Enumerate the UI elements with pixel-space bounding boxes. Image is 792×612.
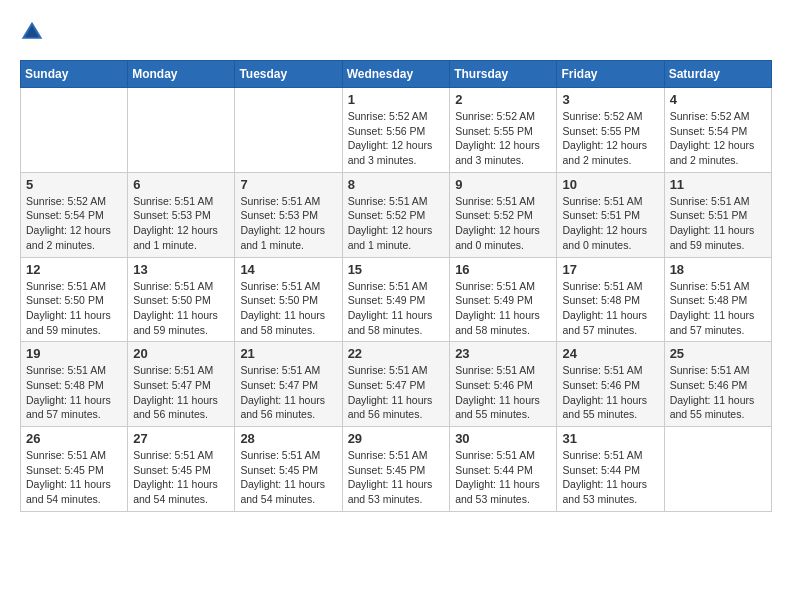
day-number: 1 [348, 92, 445, 107]
day-number: 28 [240, 431, 336, 446]
weekday-header: Thursday [450, 61, 557, 88]
calendar-cell: 14Sunrise: 5:51 AM Sunset: 5:50 PM Dayli… [235, 257, 342, 342]
day-number: 7 [240, 177, 336, 192]
day-number: 17 [562, 262, 658, 277]
calendar-cell: 21Sunrise: 5:51 AM Sunset: 5:47 PM Dayli… [235, 342, 342, 427]
day-number: 21 [240, 346, 336, 361]
calendar-cell: 18Sunrise: 5:51 AM Sunset: 5:48 PM Dayli… [664, 257, 771, 342]
calendar-week-row: 12Sunrise: 5:51 AM Sunset: 5:50 PM Dayli… [21, 257, 772, 342]
cell-daylight-info: Sunrise: 5:51 AM Sunset: 5:47 PM Dayligh… [348, 363, 445, 422]
day-number: 14 [240, 262, 336, 277]
cell-daylight-info: Sunrise: 5:51 AM Sunset: 5:45 PM Dayligh… [240, 448, 336, 507]
cell-daylight-info: Sunrise: 5:52 AM Sunset: 5:56 PM Dayligh… [348, 109, 445, 168]
cell-daylight-info: Sunrise: 5:51 AM Sunset: 5:45 PM Dayligh… [133, 448, 229, 507]
cell-daylight-info: Sunrise: 5:51 AM Sunset: 5:48 PM Dayligh… [670, 279, 766, 338]
calendar-cell: 11Sunrise: 5:51 AM Sunset: 5:51 PM Dayli… [664, 172, 771, 257]
calendar-cell [21, 88, 128, 173]
day-number: 10 [562, 177, 658, 192]
cell-daylight-info: Sunrise: 5:51 AM Sunset: 5:49 PM Dayligh… [455, 279, 551, 338]
cell-daylight-info: Sunrise: 5:51 AM Sunset: 5:44 PM Dayligh… [455, 448, 551, 507]
calendar-cell: 29Sunrise: 5:51 AM Sunset: 5:45 PM Dayli… [342, 427, 450, 512]
weekday-header: Sunday [21, 61, 128, 88]
calendar-cell: 20Sunrise: 5:51 AM Sunset: 5:47 PM Dayli… [128, 342, 235, 427]
logo [20, 20, 48, 44]
calendar-cell [128, 88, 235, 173]
calendar-week-row: 1Sunrise: 5:52 AM Sunset: 5:56 PM Daylig… [21, 88, 772, 173]
weekday-header: Monday [128, 61, 235, 88]
cell-daylight-info: Sunrise: 5:51 AM Sunset: 5:47 PM Dayligh… [240, 363, 336, 422]
cell-daylight-info: Sunrise: 5:51 AM Sunset: 5:45 PM Dayligh… [26, 448, 122, 507]
cell-daylight-info: Sunrise: 5:51 AM Sunset: 5:50 PM Dayligh… [133, 279, 229, 338]
calendar-cell: 4Sunrise: 5:52 AM Sunset: 5:54 PM Daylig… [664, 88, 771, 173]
cell-daylight-info: Sunrise: 5:52 AM Sunset: 5:55 PM Dayligh… [562, 109, 658, 168]
calendar-cell: 22Sunrise: 5:51 AM Sunset: 5:47 PM Dayli… [342, 342, 450, 427]
calendar-cell: 16Sunrise: 5:51 AM Sunset: 5:49 PM Dayli… [450, 257, 557, 342]
day-number: 15 [348, 262, 445, 277]
day-number: 13 [133, 262, 229, 277]
day-number: 24 [562, 346, 658, 361]
day-number: 11 [670, 177, 766, 192]
weekday-header: Wednesday [342, 61, 450, 88]
weekday-header: Saturday [664, 61, 771, 88]
calendar-cell [235, 88, 342, 173]
calendar-header-row: SundayMondayTuesdayWednesdayThursdayFrid… [21, 61, 772, 88]
calendar-cell: 31Sunrise: 5:51 AM Sunset: 5:44 PM Dayli… [557, 427, 664, 512]
cell-daylight-info: Sunrise: 5:51 AM Sunset: 5:53 PM Dayligh… [133, 194, 229, 253]
day-number: 22 [348, 346, 445, 361]
day-number: 12 [26, 262, 122, 277]
calendar-cell: 5Sunrise: 5:52 AM Sunset: 5:54 PM Daylig… [21, 172, 128, 257]
cell-daylight-info: Sunrise: 5:51 AM Sunset: 5:48 PM Dayligh… [26, 363, 122, 422]
day-number: 19 [26, 346, 122, 361]
cell-daylight-info: Sunrise: 5:51 AM Sunset: 5:52 PM Dayligh… [455, 194, 551, 253]
calendar-week-row: 19Sunrise: 5:51 AM Sunset: 5:48 PM Dayli… [21, 342, 772, 427]
cell-daylight-info: Sunrise: 5:51 AM Sunset: 5:46 PM Dayligh… [562, 363, 658, 422]
cell-daylight-info: Sunrise: 5:51 AM Sunset: 5:44 PM Dayligh… [562, 448, 658, 507]
calendar-cell: 30Sunrise: 5:51 AM Sunset: 5:44 PM Dayli… [450, 427, 557, 512]
day-number: 29 [348, 431, 445, 446]
cell-daylight-info: Sunrise: 5:51 AM Sunset: 5:51 PM Dayligh… [670, 194, 766, 253]
calendar-cell: 9Sunrise: 5:51 AM Sunset: 5:52 PM Daylig… [450, 172, 557, 257]
calendar-cell: 17Sunrise: 5:51 AM Sunset: 5:48 PM Dayli… [557, 257, 664, 342]
calendar-cell: 19Sunrise: 5:51 AM Sunset: 5:48 PM Dayli… [21, 342, 128, 427]
cell-daylight-info: Sunrise: 5:51 AM Sunset: 5:49 PM Dayligh… [348, 279, 445, 338]
calendar-cell: 25Sunrise: 5:51 AM Sunset: 5:46 PM Dayli… [664, 342, 771, 427]
cell-daylight-info: Sunrise: 5:51 AM Sunset: 5:46 PM Dayligh… [455, 363, 551, 422]
cell-daylight-info: Sunrise: 5:51 AM Sunset: 5:48 PM Dayligh… [562, 279, 658, 338]
calendar-cell: 23Sunrise: 5:51 AM Sunset: 5:46 PM Dayli… [450, 342, 557, 427]
calendar-cell: 2Sunrise: 5:52 AM Sunset: 5:55 PM Daylig… [450, 88, 557, 173]
cell-daylight-info: Sunrise: 5:51 AM Sunset: 5:47 PM Dayligh… [133, 363, 229, 422]
calendar-cell: 24Sunrise: 5:51 AM Sunset: 5:46 PM Dayli… [557, 342, 664, 427]
day-number: 27 [133, 431, 229, 446]
day-number: 18 [670, 262, 766, 277]
calendar-week-row: 26Sunrise: 5:51 AM Sunset: 5:45 PM Dayli… [21, 427, 772, 512]
cell-daylight-info: Sunrise: 5:51 AM Sunset: 5:51 PM Dayligh… [562, 194, 658, 253]
calendar-cell: 6Sunrise: 5:51 AM Sunset: 5:53 PM Daylig… [128, 172, 235, 257]
day-number: 5 [26, 177, 122, 192]
day-number: 9 [455, 177, 551, 192]
cell-daylight-info: Sunrise: 5:51 AM Sunset: 5:52 PM Dayligh… [348, 194, 445, 253]
day-number: 31 [562, 431, 658, 446]
calendar-cell: 28Sunrise: 5:51 AM Sunset: 5:45 PM Dayli… [235, 427, 342, 512]
day-number: 3 [562, 92, 658, 107]
calendar-cell: 10Sunrise: 5:51 AM Sunset: 5:51 PM Dayli… [557, 172, 664, 257]
day-number: 30 [455, 431, 551, 446]
calendar-cell: 26Sunrise: 5:51 AM Sunset: 5:45 PM Dayli… [21, 427, 128, 512]
cell-daylight-info: Sunrise: 5:52 AM Sunset: 5:54 PM Dayligh… [26, 194, 122, 253]
calendar-week-row: 5Sunrise: 5:52 AM Sunset: 5:54 PM Daylig… [21, 172, 772, 257]
day-number: 20 [133, 346, 229, 361]
calendar-cell: 8Sunrise: 5:51 AM Sunset: 5:52 PM Daylig… [342, 172, 450, 257]
calendar-cell: 12Sunrise: 5:51 AM Sunset: 5:50 PM Dayli… [21, 257, 128, 342]
cell-daylight-info: Sunrise: 5:51 AM Sunset: 5:53 PM Dayligh… [240, 194, 336, 253]
cell-daylight-info: Sunrise: 5:51 AM Sunset: 5:50 PM Dayligh… [240, 279, 336, 338]
day-number: 8 [348, 177, 445, 192]
weekday-header: Tuesday [235, 61, 342, 88]
day-number: 2 [455, 92, 551, 107]
calendar-cell: 3Sunrise: 5:52 AM Sunset: 5:55 PM Daylig… [557, 88, 664, 173]
calendar-table: SundayMondayTuesdayWednesdayThursdayFrid… [20, 60, 772, 512]
calendar-cell: 13Sunrise: 5:51 AM Sunset: 5:50 PM Dayli… [128, 257, 235, 342]
weekday-header: Friday [557, 61, 664, 88]
cell-daylight-info: Sunrise: 5:51 AM Sunset: 5:46 PM Dayligh… [670, 363, 766, 422]
page-header [20, 20, 772, 44]
day-number: 25 [670, 346, 766, 361]
calendar-cell: 15Sunrise: 5:51 AM Sunset: 5:49 PM Dayli… [342, 257, 450, 342]
